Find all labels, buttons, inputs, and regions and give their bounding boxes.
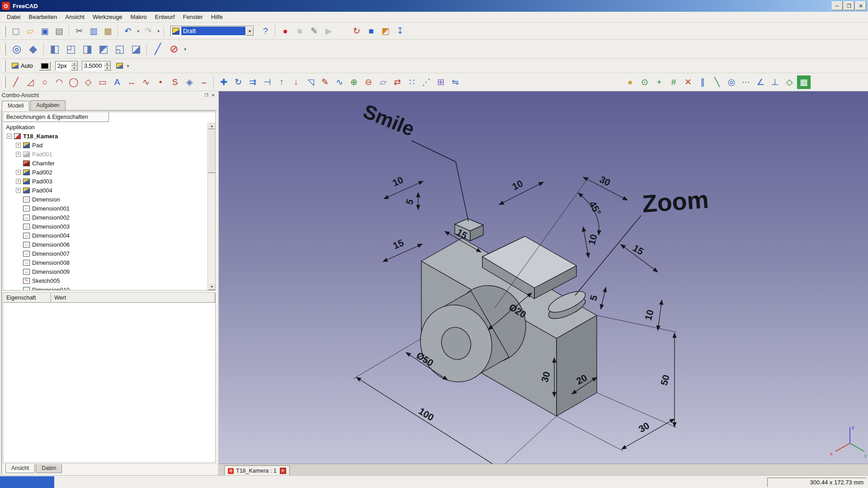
redo-icon[interactable]: ↷ <box>142 24 155 38</box>
workbench-dropdown-caret[interactable]: ▾ <box>246 27 254 36</box>
axonometric-view-icon[interactable]: ◆ <box>25 42 41 57</box>
shape2dview-icon[interactable]: ▱ <box>376 75 390 89</box>
add-point-icon[interactable]: ⊕ <box>347 75 361 89</box>
scale-icon[interactable]: ◹ <box>304 75 317 89</box>
draft-line-icon[interactable]: ╱ <box>9 75 23 89</box>
tree-item-dimension010[interactable]: Dimension010 <box>3 285 215 290</box>
measure-distance-icon[interactable]: ╱ <box>150 42 165 57</box>
working-plane-button[interactable]: Auto <box>9 61 36 71</box>
bottom-view-icon[interactable]: ◱ <box>112 42 127 57</box>
draft-bspline-icon[interactable]: ∿ <box>139 75 153 89</box>
draft-text-icon[interactable]: A <box>110 75 124 89</box>
dimension-annotation[interactable]: 30 <box>622 419 675 449</box>
tree-item-dimension[interactable]: Dimension <box>3 195 215 204</box>
dimension-annotation[interactable]: 5 <box>588 287 606 309</box>
snap-angle-icon[interactable]: ∠ <box>754 75 767 89</box>
dimension-annotation[interactable]: 10 <box>499 178 543 205</box>
edit-icon[interactable]: ✎ <box>318 75 332 89</box>
toolbar-grip[interactable] <box>4 43 6 55</box>
solid-box-icon[interactable]: ■ <box>364 24 378 38</box>
draft-ellipse-icon[interactable]: ◯ <box>67 75 80 89</box>
snap-extension-icon[interactable]: ╲ <box>710 75 724 89</box>
tree-item-dimension008[interactable]: Dimension008 <box>3 258 215 267</box>
tree-item-dimension003[interactable]: Dimension003 <box>3 222 215 231</box>
redo-dropdown-caret[interactable]: ▾ <box>156 24 161 38</box>
material-icon[interactable]: ◩ <box>379 24 392 38</box>
snap-perpendicular-icon[interactable]: ⊥ <box>768 75 782 89</box>
tab-modell[interactable]: Modell <box>2 101 29 111</box>
tree-item-sketch005[interactable]: Sketch005 <box>3 276 215 285</box>
refresh-icon[interactable]: ↻ <box>350 24 363 38</box>
snap-center-icon[interactable]: ◎ <box>725 75 738 89</box>
offset-icon[interactable]: ⇉ <box>246 75 259 89</box>
line-color-button[interactable] <box>39 61 51 70</box>
text-scale-up-button[interactable]: ▲ <box>104 61 111 66</box>
scrollbar-up-button[interactable]: ▲ <box>208 122 215 129</box>
tree-expander-icon[interactable]: − <box>7 134 12 139</box>
line-width-down-button[interactable]: ▼ <box>71 66 78 70</box>
toggle-grid-icon[interactable]: ▦ <box>797 75 811 89</box>
draft-polygon-icon[interactable]: ◇ <box>81 75 95 89</box>
draft-shapestring-icon[interactable]: S <box>168 75 182 89</box>
whats-this-icon[interactable]: ? <box>259 24 272 38</box>
autogroup-button[interactable]: ▾ <box>113 61 134 71</box>
draft-arc-icon[interactable]: ◠ <box>52 75 66 89</box>
smile-annotation[interactable]: Smile <box>360 100 418 140</box>
snap-grid-icon[interactable]: # <box>667 75 680 89</box>
snap-endpoint-icon[interactable]: ⊙ <box>638 75 651 89</box>
save-icon[interactable]: ▣ <box>38 24 52 38</box>
mirror-icon[interactable]: ⇋ <box>448 75 462 89</box>
text-scale-spinner[interactable]: 3,5000 ▲ ▼ <box>82 61 111 71</box>
draft-wire-icon[interactable]: ◿ <box>24 75 37 89</box>
dimension-annotation[interactable]: 10 <box>384 174 423 199</box>
tab-ansicht[interactable]: Ansicht <box>5 464 35 473</box>
document-tab[interactable]: ⚙ T18_Kamera : 1 ✕ <box>224 465 290 476</box>
new-file-icon[interactable]: ▢ <box>9 24 23 38</box>
tree-item-pad[interactable]: +Pad <box>3 141 215 150</box>
tree-item-dimension009[interactable]: Dimension009 <box>3 267 215 276</box>
property-column-header[interactable]: Eigenschaft <box>3 293 51 303</box>
document-tab-close-icon[interactable]: ✕ <box>280 468 286 474</box>
menu-entwurf[interactable]: Entwurf <box>151 12 179 22</box>
tree-item-pad001[interactable]: +Pad001 <box>3 150 215 159</box>
panel-close-button[interactable]: ✕ <box>210 92 217 99</box>
dimension-annotation[interactable]: 45° <box>578 193 603 235</box>
macro-stop-icon[interactable]: ■ <box>293 24 307 38</box>
toolbar-grip[interactable] <box>4 76 6 88</box>
snap-intersection-icon[interactable]: ✕ <box>681 75 695 89</box>
undo-icon[interactable]: ↶ <box>121 24 135 38</box>
print-icon[interactable]: ▤ <box>52 24 66 38</box>
draft-rectangle-icon[interactable]: ▭ <box>96 75 109 89</box>
line-width-spinner[interactable]: 2px ▲ ▼ <box>55 61 78 71</box>
rear-view-icon[interactable]: ◩ <box>96 42 111 57</box>
tree-expander-icon[interactable]: + <box>16 170 21 175</box>
tree-item-dimension002[interactable]: Dimension002 <box>3 213 215 222</box>
scrollbar-down-button[interactable]: ▼ <box>208 283 215 290</box>
tree-item-chamfer[interactable]: Chamfer <box>3 159 215 168</box>
toolbar-grip[interactable] <box>4 60 6 72</box>
tree-item-dimension004[interactable]: Dimension004 <box>3 231 215 240</box>
line-width-up-button[interactable]: ▲ <box>71 61 78 66</box>
tree-scrollbar[interactable]: ▲ ▼ <box>208 122 215 290</box>
top-view-icon[interactable]: ◰ <box>63 42 79 57</box>
tree-item-dimension001[interactable]: Dimension001 <box>3 204 215 213</box>
snap-parallel-icon[interactable]: ∥ <box>696 75 709 89</box>
clipping-plane-icon[interactable]: ⊘ <box>166 42 182 57</box>
rotate-icon[interactable]: ↻ <box>231 75 245 89</box>
trimex-icon[interactable]: ⊣ <box>260 75 274 89</box>
macro-play-icon[interactable]: ▶ <box>322 24 335 38</box>
stamp-export-icon[interactable]: ↧ <box>393 24 407 38</box>
front-view-icon[interactable]: ◧ <box>47 42 62 57</box>
draft-to-sketch-icon[interactable]: ⇄ <box>391 75 404 89</box>
close-button[interactable]: ✕ <box>855 1 866 10</box>
downgrade-icon[interactable]: ↓ <box>289 75 303 89</box>
right-view-icon[interactable]: ◨ <box>80 42 95 57</box>
menu-ansicht[interactable]: Ansicht <box>61 12 89 22</box>
draft-point-icon[interactable]: • <box>154 75 167 89</box>
dimension-annotation[interactable]: 100 <box>356 377 500 464</box>
copy-icon[interactable]: ▥ <box>87 24 100 38</box>
draft-circle-icon[interactable]: ○ <box>38 75 52 89</box>
array-icon[interactable]: ∷ <box>405 75 419 89</box>
dimension-annotation[interactable]: 50 <box>659 333 675 427</box>
maximize-button[interactable]: ❐ <box>844 1 854 10</box>
